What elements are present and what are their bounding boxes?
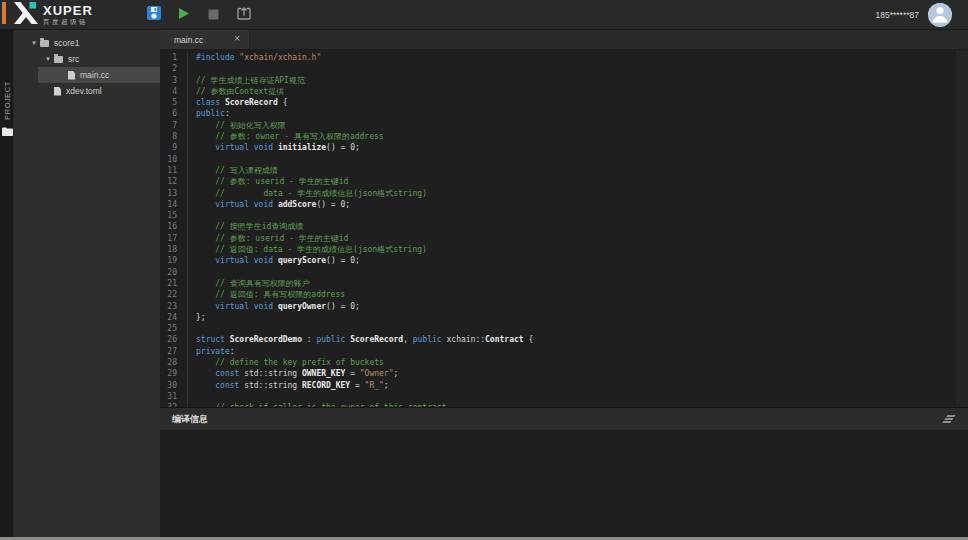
line-number: 8 [160,131,188,142]
tab-bar: main.cc × [160,30,968,50]
code-line: 26struct ScoreRecordDemo : public ScoreR… [160,334,968,345]
line-number: 23 [160,301,188,312]
folder-icon [54,56,63,63]
folder-icon [2,122,13,139]
stop-button[interactable] [199,4,229,26]
line-number: 1 [160,52,188,63]
tab-main-cc[interactable]: main.cc × [160,30,250,49]
code-text [188,267,196,278]
code-line: 8 // 参数: owner - 具有写入权限的address [160,131,968,142]
user-avatar[interactable] [928,3,952,27]
code-line: 13 // data - 学生的成绩信息(json格式string) [160,188,968,199]
code-text: // data - 学生的成绩信息(json格式string) [188,188,427,199]
save-icon [147,6,161,24]
line-number: 17 [160,233,188,244]
code-line: 28 // define the key prefix of buckets [160,357,968,368]
code-text [188,210,196,221]
code-text: const std::string RECORD_KEY = "R_"; [188,380,389,391]
brand-name: XUPER [43,4,93,17]
code-text: struct ScoreRecordDemo : public ScoreRec… [188,334,533,345]
line-number: 21 [160,278,188,289]
code-text: // 查询具有写权限的账户 [188,278,310,289]
line-number: 29 [160,368,188,379]
code-text: // 参数由Context提供 [188,86,284,97]
file-tree: ▾score1▾srcmain.ccxdev.toml [14,30,160,99]
line-number: 4 [160,86,188,97]
tree-item-label: src [68,54,79,64]
code-text: // 参数: userid - 学生的主键id [188,233,348,244]
code-text: virtual void queryScore() = 0; [188,255,360,266]
line-number: 20 [160,267,188,278]
line-number: 2 [160,63,188,74]
code-line: 30 const std::string RECORD_KEY = "R_"; [160,380,968,391]
code-line: 1#include "xchain/xchain.h" [160,52,968,63]
line-number: 22 [160,289,188,300]
run-button[interactable] [169,4,199,26]
code-text: const std::string OWNER_KEY = "Owner"; [188,368,398,379]
code-text: // 初始化写入权限 [188,120,286,131]
code-line: 18 // 返回值: data - 学生的成绩信息(json格式string) [160,244,968,255]
project-panel-button[interactable] [2,122,13,140]
code-line: 10 [160,154,968,165]
file-icon [54,87,61,96]
line-number: 9 [160,142,188,153]
xuper-logo-icon [14,2,38,28]
code-text: // 返回值: 具有写权限的address [188,289,345,300]
line-number: 32 [160,402,188,407]
code-text [188,63,196,74]
xuper-ide-window: XUPER 百度超级链 [0,0,968,540]
line-number: 3 [160,75,188,86]
code-text: // 学生成绩上链存证API规范 [188,75,305,86]
compile-panel-header: 编译信息 [160,407,968,430]
expand-arrow-icon[interactable]: ▾ [28,35,40,51]
save-button[interactable] [139,4,169,26]
code-editor[interactable]: 1#include "xchain/xchain.h"23// 学生成绩上链存证… [160,50,968,407]
code-text: virtual void queryOwner() = 0; [188,301,360,312]
code-text: #include "xchain/xchain.h" [188,52,321,63]
deploy-button[interactable] [229,4,259,26]
code-text [188,154,196,165]
tree-item-xdev-toml[interactable]: xdev.toml [14,83,160,99]
code-line: 5class ScoreRecord { [160,97,968,108]
code-line: 27private: [160,346,968,357]
editor-scrollbar[interactable] [956,50,968,407]
folder-icon [40,40,49,47]
line-number: 5 [160,97,188,108]
code-line: 12 // 参数: userid - 学生的主键id [160,176,968,187]
user-phone: 185******87 [876,10,919,20]
code-text: // 按照学生id查询成绩 [188,221,303,232]
line-number: 25 [160,323,188,334]
code-text: class ScoreRecord { [188,97,288,108]
tree-item-score1[interactable]: ▾score1 [14,35,160,51]
line-number: 10 [160,154,188,165]
code-line: 15 [160,210,968,221]
code-text: virtual void initialize() = 0; [188,142,360,153]
expand-arrow-icon[interactable]: ▾ [42,51,54,67]
compile-panel-title: 编译信息 [172,413,208,426]
code-line: 21 // 查询具有写权限的账户 [160,278,968,289]
stop-icon [208,6,219,24]
app-header: XUPER 百度超级链 [0,0,968,30]
line-number: 15 [160,210,188,221]
tree-item-main-cc[interactable]: main.cc [14,67,160,83]
tree-item-label: xdev.toml [66,86,102,96]
code-line: 19 virtual void queryScore() = 0; [160,255,968,266]
code-line: 23 virtual void queryOwner() = 0; [160,301,968,312]
toolbar [139,4,259,26]
clear-output-icon[interactable] [943,415,956,424]
close-tab-icon[interactable]: × [234,34,240,44]
code-line: 24}; [160,312,968,323]
code-line: 9 virtual void initialize() = 0; [160,142,968,153]
code-text: virtual void addScore() = 0; [188,199,350,210]
compile-output [160,430,968,540]
code-line: 7 // 初始化写入权限 [160,120,968,131]
editor-area: main.cc × 1#include "xchain/xchain.h"23/… [160,30,968,540]
code-text: // 参数: userid - 学生的主键id [188,176,348,187]
tree-item-src[interactable]: ▾src [14,51,160,67]
brand-logo: XUPER 百度超级链 [14,2,93,28]
line-number: 30 [160,380,188,391]
code-line: 6public: [160,108,968,119]
code-text: // define the key prefix of buckets [188,357,384,368]
code-text: // 参数: owner - 具有写入权限的address [188,131,384,142]
code-line: 17 // 参数: userid - 学生的主键id [160,233,968,244]
